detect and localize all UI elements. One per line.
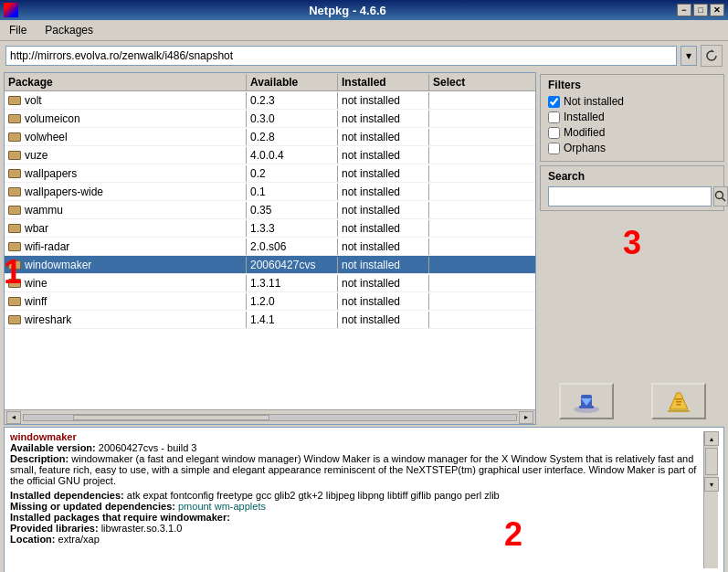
search-box: Search xyxy=(540,165,724,211)
package-available-version: 1.4.1 xyxy=(247,312,338,328)
table-row[interactable]: winff1.2.0not installed xyxy=(5,292,535,311)
package-installed-version: not installed xyxy=(338,220,429,237)
menu-packages[interactable]: Packages xyxy=(39,22,99,38)
package-select xyxy=(429,227,535,230)
column-package[interactable]: Package xyxy=(5,74,247,90)
info-content: windowmaker Available version: 20060427c… xyxy=(10,431,700,568)
package-icon xyxy=(8,224,21,233)
package-icon xyxy=(8,206,21,215)
filter-installed-checkbox[interactable] xyxy=(548,111,560,123)
info-scroll-thumb[interactable] xyxy=(705,448,718,475)
package-select xyxy=(429,208,535,212)
package-available-version: 0.1 xyxy=(247,184,338,200)
table-row[interactable]: volt0.2.3not installed xyxy=(5,91,535,110)
table-row[interactable]: wallpapers-wide0.1not installed xyxy=(5,183,535,201)
info-panel: windowmaker Available version: 20060427c… xyxy=(4,427,724,572)
titlebar-icon-area xyxy=(0,3,18,17)
column-installed[interactable]: Installed xyxy=(338,74,429,90)
package-name: wallpapers xyxy=(25,167,77,180)
table-row[interactable]: wammu0.35not installed xyxy=(5,201,535,219)
url-dropdown-button[interactable]: ▾ xyxy=(681,46,697,66)
table-row[interactable]: wine1.3.11not installed xyxy=(5,274,535,292)
action-buttons xyxy=(540,379,724,423)
table-row[interactable]: volumeicon0.3.0not installed xyxy=(5,110,535,128)
package-available-version: 0.2.8 xyxy=(247,129,338,145)
svg-point-1 xyxy=(716,192,723,199)
hscroll-left-button[interactable]: ◂ xyxy=(6,411,21,424)
menubar: File Packages xyxy=(0,20,728,41)
url-refresh-button[interactable] xyxy=(701,45,723,67)
search-input[interactable] xyxy=(548,186,712,207)
package-select xyxy=(429,99,535,102)
package-name: wine xyxy=(25,277,47,290)
horizontal-scrollbar[interactable]: ◂ ▸ xyxy=(5,409,535,424)
package-select xyxy=(429,172,535,175)
package-available-version: 4.0.0.4 xyxy=(247,147,338,164)
info-installed-deps: Installed dependencies: atk expat fontco… xyxy=(10,490,700,501)
package-icon xyxy=(8,169,21,178)
package-installed-version: not installed xyxy=(338,257,429,273)
package-installed-version: not installed xyxy=(338,238,429,255)
url-input[interactable] xyxy=(5,46,677,66)
info-missing-deps: Missing or updated dependencies: pmount … xyxy=(10,501,700,512)
table-row[interactable]: vuze4.0.0.4not installed xyxy=(5,146,535,164)
package-name: windowmaker xyxy=(25,259,91,271)
hscroll-track[interactable] xyxy=(23,414,517,421)
install-button[interactable] xyxy=(559,383,614,419)
right-panel: Filters Not installed Installed Modified… xyxy=(536,70,728,427)
filter-modified-checkbox[interactable] xyxy=(548,127,560,139)
package-select xyxy=(429,117,535,121)
package-list[interactable]: volt0.2.3not installedvolumeicon0.3.0not… xyxy=(5,91,535,409)
table-row[interactable]: volwheel0.2.8not installed xyxy=(5,128,535,146)
hscroll-thumb[interactable] xyxy=(73,415,270,420)
app-icon xyxy=(4,3,18,17)
filter-modified: Modified xyxy=(548,126,716,139)
package-available-version: 20060427cvs xyxy=(247,257,338,273)
menu-file[interactable]: File xyxy=(4,22,32,38)
maximize-button[interactable]: □ xyxy=(693,4,708,16)
filter-orphans-checkbox[interactable] xyxy=(548,143,560,154)
package-name: wireshark xyxy=(25,313,71,326)
package-icon xyxy=(8,114,21,123)
svg-line-2 xyxy=(723,198,726,202)
package-available-version: 0.3.0 xyxy=(247,111,338,127)
table-row[interactable]: wifi-radar2.0.s06not installed xyxy=(5,238,535,256)
search-button[interactable] xyxy=(713,186,728,207)
package-installed-version: not installed xyxy=(338,202,429,218)
package-name: vuze xyxy=(25,149,47,162)
package-installed-version: not installed xyxy=(338,92,429,109)
filter-not-installed-checkbox[interactable] xyxy=(548,96,560,108)
clear-button[interactable] xyxy=(651,383,706,419)
package-select xyxy=(429,154,535,157)
info-scroll-down-button[interactable]: ▾ xyxy=(704,477,719,492)
info-scroll-up-button[interactable]: ▴ xyxy=(704,431,719,446)
table-row[interactable]: wbar1.3.3not installed xyxy=(5,219,535,238)
table-row[interactable]: wallpapers0.2not installed xyxy=(5,164,535,183)
column-select[interactable]: Select xyxy=(429,74,521,90)
package-installed-version: not installed xyxy=(338,275,429,291)
hscroll-right-button[interactable]: ▸ xyxy=(519,411,533,424)
package-installed-version: not installed xyxy=(338,312,429,328)
package-table-header: Package Available Installed Select xyxy=(5,73,535,91)
package-name: volumeicon xyxy=(25,112,80,125)
close-button[interactable]: ✕ xyxy=(710,4,724,16)
package-select xyxy=(429,281,535,285)
package-installed-version: not installed xyxy=(338,147,429,164)
package-name: wifi-radar xyxy=(25,240,69,253)
filter-not-installed-label: Not installed xyxy=(564,95,624,108)
package-select xyxy=(429,263,535,267)
window-controls: − □ ✕ xyxy=(677,4,728,16)
package-select xyxy=(429,300,535,303)
package-installed-version: not installed xyxy=(338,293,429,310)
urlbar: ▾ xyxy=(0,41,728,70)
filter-orphans: Orphans xyxy=(548,142,716,154)
table-row[interactable]: wireshark1.4.1not installed xyxy=(5,311,535,329)
info-scrollbar[interactable]: ▴ ▾ xyxy=(703,431,718,568)
minimize-button[interactable]: − xyxy=(677,4,691,16)
filter-installed: Installed xyxy=(548,111,716,123)
package-icon xyxy=(8,242,21,251)
label-3: 3 xyxy=(540,224,724,262)
package-select xyxy=(429,190,535,194)
table-row[interactable]: windowmaker20060427cvsnot installed xyxy=(5,256,535,274)
column-available[interactable]: Available xyxy=(247,74,338,90)
